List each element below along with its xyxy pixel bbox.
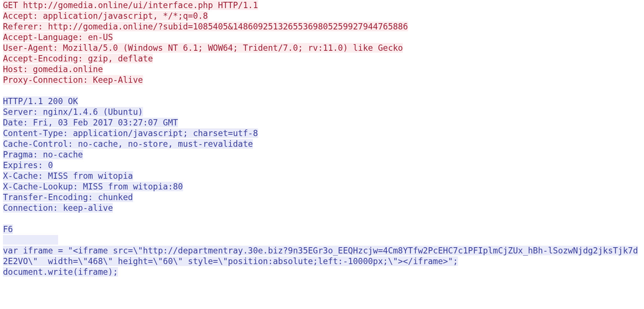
response-header-pragma: Pragma: no-cache (3, 150, 83, 159)
response-body-pad (3, 235, 58, 245)
response-header-x-cache-lookup: X-Cache-Lookup: MISS from witopia:80 (3, 182, 183, 191)
request-header-user-agent: User-Agent: Mozilla/5.0 (Windows NT 6.1;… (3, 43, 403, 53)
response-body-line-1: var iframe = "<iframe src=\"http://depar… (3, 246, 638, 266)
response-chunk-length: F6 (3, 224, 13, 234)
request-header-referer: Referer: http://gomedia.online/?subid=10… (3, 22, 408, 31)
request-header-accept-encoding: Accept-Encoding: gzip, deflate (3, 54, 153, 63)
request-line: GET http://gomedia.online/ui/interface.p… (3, 0, 258, 10)
response-header-cache-control: Cache-Control: no-cache, no-store, must-… (3, 139, 253, 149)
request-header-proxy-connection: Proxy-Connection: Keep-Alive (3, 75, 143, 85)
http-stream: GET http://gomedia.online/ui/interface.p… (0, 0, 644, 277)
response-header-connection: Connection: keep-alive (3, 203, 113, 213)
response-body-line-2: document.write(iframe); (3, 267, 118, 277)
response-header-transfer-encoding: Transfer-Encoding: chunked (3, 192, 133, 202)
response-header-date: Date: Fri, 03 Feb 2017 03:27:07 GMT (3, 118, 178, 127)
response-header-expires: Expires: 0 (3, 160, 53, 170)
request-header-host: Host: gomedia.online (3, 64, 103, 74)
request-header-accept: Accept: application/javascript, */*;q=0.… (3, 11, 208, 21)
response-header-server: Server: nginx/1.4.6 (Ubuntu) (3, 107, 143, 117)
response-header-content-type: Content-Type: application/javascript; ch… (3, 128, 258, 138)
response-header-x-cache: X-Cache: MISS from witopia (3, 171, 133, 181)
request-header-accept-language: Accept-Language: en-US (3, 32, 113, 42)
response-status: HTTP/1.1 200 OK (3, 96, 78, 106)
